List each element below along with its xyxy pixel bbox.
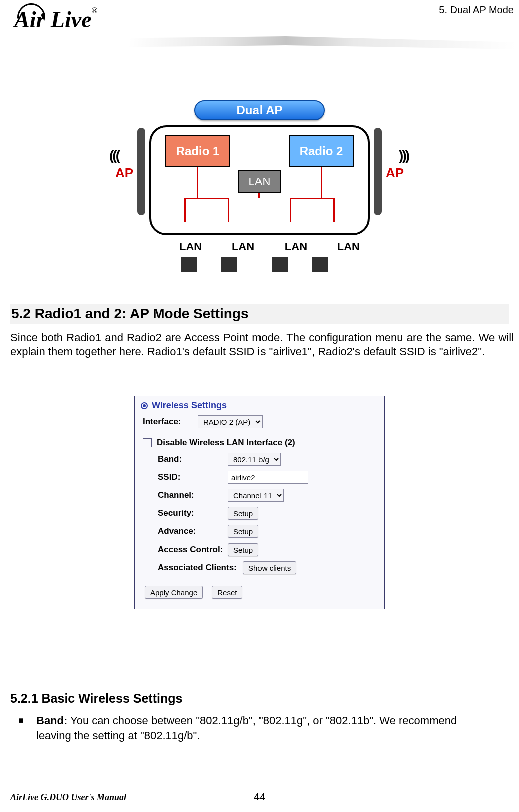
radio1-box: Radio 1 <box>165 135 230 167</box>
brand-logo: Air Live® <box>14 6 144 33</box>
lan-port <box>221 257 237 272</box>
wire <box>321 167 322 199</box>
wire <box>184 198 229 199</box>
bullet-icon <box>141 402 148 409</box>
dual-ap-badge: Dual AP <box>194 100 325 120</box>
show-clients-button[interactable]: Show clients <box>243 561 296 574</box>
wifi-waves-icon: ((( <box>400 148 410 164</box>
header-swoosh <box>0 36 519 56</box>
interface-select[interactable]: RADIO 2 (AP) <box>198 415 263 428</box>
clients-label: Associated Clients: <box>143 563 243 573</box>
chapter-title: 5. Dual AP Mode <box>439 4 514 16</box>
wire <box>290 198 291 222</box>
apply-change-button[interactable]: Apply Change <box>145 586 203 599</box>
section-heading: 5.2 Radio1 and 2: AP Mode Settings <box>10 304 509 324</box>
section-paragraph: Since both Radio1 and Radio2 are Access … <box>10 331 514 359</box>
subsection-heading: 5.2.1 Basic Wireless Settings <box>10 691 182 706</box>
wire <box>197 167 198 199</box>
disable-wlan-label: Disable Wireless LAN Interface (2) <box>157 438 295 448</box>
wire <box>258 193 260 198</box>
band-bold-label: Band: <box>36 714 67 727</box>
wire <box>333 198 335 222</box>
port-label: LAN <box>179 240 202 253</box>
wireless-settings-panel: Wireless Settings Interface: RADIO 2 (AP… <box>134 396 385 609</box>
port-labels: LAN LAN LAN LAN <box>179 240 360 253</box>
antenna-icon <box>137 128 145 215</box>
footer-page-number: 44 <box>254 791 265 803</box>
band-text: You can choose between "802.11g/b", "802… <box>36 714 457 742</box>
lan-port <box>181 257 197 272</box>
band-select[interactable]: 802.11 b/g <box>228 453 281 466</box>
port-label: LAN <box>232 240 254 253</box>
security-label: Security: <box>143 508 228 518</box>
ap-label-right: AP <box>386 165 404 181</box>
disable-wlan-checkbox[interactable] <box>143 438 152 447</box>
access-control-label: Access Control: <box>143 545 228 555</box>
interface-label: Interface: <box>143 417 198 427</box>
radio2-box: Radio 2 <box>289 135 354 167</box>
band-label: Band: <box>143 454 228 464</box>
lan-port <box>312 257 328 272</box>
band-bullet: Band: You can choose between "802.11g/b"… <box>36 713 489 743</box>
port-label: LAN <box>337 240 360 253</box>
wifi-waves-icon: ((( <box>109 148 119 164</box>
registered-icon: ® <box>92 6 98 15</box>
lan-port <box>272 257 288 272</box>
ap-label-left: AP <box>115 165 133 181</box>
advance-setup-button[interactable]: Setup <box>228 525 258 538</box>
access-setup-button[interactable]: Setup <box>228 543 258 556</box>
antenna-icon <box>374 128 382 215</box>
wire <box>184 198 186 222</box>
dual-ap-diagram: Dual AP ((( ((( AP AP Radio 1 Radio 2 LA… <box>109 100 410 270</box>
security-setup-button[interactable]: Setup <box>228 507 258 520</box>
advance-label: Advance: <box>143 526 228 536</box>
ssid-input[interactable] <box>228 471 308 484</box>
wire <box>228 198 229 222</box>
footer-manual-title: AirLive G.DUO User's Manual <box>10 792 126 803</box>
logo-dot-icon <box>41 13 45 17</box>
panel-title: Wireless Settings <box>152 400 227 411</box>
ssid-label: SSID: <box>143 472 228 482</box>
wire <box>290 198 335 199</box>
channel-label: Channel: <box>143 490 228 500</box>
channel-select[interactable]: Channel 11 <box>228 489 284 502</box>
port-label: LAN <box>285 240 307 253</box>
lan-chip: LAN <box>238 170 281 193</box>
reset-button[interactable]: Reset <box>212 586 242 599</box>
